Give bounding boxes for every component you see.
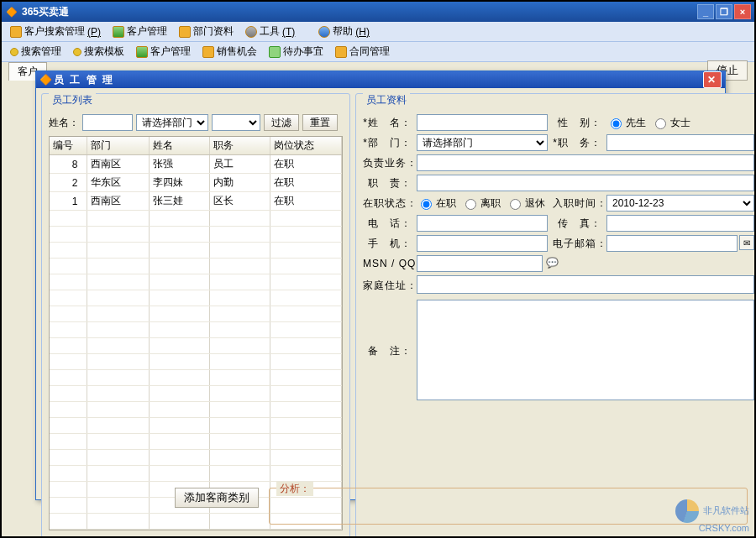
app-icon: 🔶 (5, 5, 18, 18)
label-job: *职 务： (553, 136, 601, 150)
filter-dept-select[interactable]: 请选择部门 (136, 114, 208, 131)
app-title: 365买卖通 (22, 5, 69, 19)
filter-name-label: 姓名： (49, 116, 79, 130)
main-window-titlebar: 🔶 365买卖通 _ ❐ × (2, 2, 754, 22)
radio-female[interactable]: 女士 (651, 116, 690, 130)
main-bottom-bar: 添加客商类别 分析： (8, 488, 748, 528)
input-hiredate[interactable]: 2010-12-23 (606, 195, 754, 212)
label-status: 在职状态： (363, 196, 412, 211)
label-mobile: 手 机： (363, 237, 412, 251)
main-close-button[interactable]: × (734, 4, 751, 19)
tool-todo[interactable]: 待办事宜 (264, 43, 328, 60)
label-name: *姓 名： (363, 116, 412, 130)
table-row[interactable]: 1西南区张三娃区长在职 (50, 192, 342, 211)
radio-status-retire[interactable]: 退休 (506, 196, 545, 211)
table-row-empty (50, 450, 342, 466)
people-icon (113, 26, 124, 38)
tool-search-manage[interactable]: 搜索管理 (5, 43, 66, 60)
label-phone: 电 话： (363, 217, 412, 231)
table-row-empty (50, 434, 342, 450)
col-name[interactable]: 姓名 (149, 137, 209, 155)
table-row-empty (50, 274, 342, 290)
employee-detail-panel: 员工资料 *姓 名： 性 别： 先生 女士 *部 门： 请选择部门 *职 务： … (355, 93, 756, 538)
tool-contract[interactable]: 合同管理 (330, 43, 395, 60)
table-row-empty (50, 322, 342, 338)
input-name[interactable] (417, 114, 548, 131)
table-row-empty (50, 354, 342, 370)
label-address: 家庭住址： (363, 279, 412, 293)
input-business[interactable] (417, 154, 754, 171)
employee-list-panel: 员工列表 姓名： 请选择部门 过滤 重置 编号 部门 姓名 (41, 93, 350, 538)
table-row-empty (50, 370, 342, 386)
reset-button[interactable]: 重置 (302, 114, 338, 131)
radio-status-on[interactable]: 在职 (417, 196, 456, 211)
msn-chat-icon[interactable]: 💬 (546, 257, 559, 270)
menu-department[interactable]: 部门资料 (174, 23, 239, 40)
input-msn[interactable] (417, 255, 543, 272)
col-status[interactable]: 岗位状态 (270, 137, 342, 155)
table-row-empty (50, 243, 342, 259)
table-row-empty (50, 386, 342, 402)
input-dept[interactable]: 请选择部门 (417, 134, 548, 151)
table-row[interactable]: 8西南区张强员工在职 (50, 155, 342, 174)
input-job[interactable] (606, 134, 754, 151)
label-notes: 备 注： (363, 344, 412, 358)
label-duty: 职 责： (363, 176, 412, 191)
people-icon (136, 46, 148, 58)
col-dept[interactable]: 部门 (87, 137, 149, 155)
employee-manage-dialog: 🔶 员 工 管 理 ✕ 员工列表 姓名： 请选择部门 过滤 重置 编号 (35, 71, 726, 500)
label-dept: *部 门： (363, 136, 412, 150)
table-row-empty (50, 466, 342, 482)
menu-help[interactable]: 帮助(H) (313, 23, 375, 40)
employee-detail-legend: 员工资料 (363, 93, 410, 107)
filter-extra-select[interactable] (212, 114, 260, 131)
folder-icon (10, 26, 22, 38)
col-job[interactable]: 职务 (209, 137, 270, 155)
dot-icon (73, 48, 81, 56)
input-phone[interactable] (417, 215, 548, 232)
menubar: 客户搜索管理(P) 客户管理 部门资料 工具(T) 帮助(H) (2, 22, 754, 42)
dot-icon (10, 48, 18, 56)
add-category-button[interactable]: 添加客商类别 (175, 488, 259, 508)
radio-male[interactable]: 先生 (606, 116, 646, 130)
table-row-empty (50, 290, 342, 306)
restore-button[interactable]: ❐ (716, 4, 732, 19)
dialog-icon: 🔶 (39, 74, 54, 86)
email-compose-icon[interactable]: ✉ (739, 235, 754, 250)
filter-button[interactable]: 过滤 (264, 114, 299, 131)
employee-list-legend: 员工列表 (49, 93, 96, 107)
minimize-button[interactable]: _ (697, 4, 714, 19)
label-msn: MSN / QQ： (363, 257, 412, 271)
input-fax[interactable] (606, 215, 754, 232)
label-email: 电子邮箱： (553, 237, 601, 251)
input-duty[interactable] (417, 175, 754, 191)
input-notes[interactable] (417, 300, 754, 400)
analysis-label: 分析： (276, 482, 313, 496)
dialog-close-button[interactable]: ✕ (703, 71, 722, 88)
tool-customer-manage[interactable]: 客户管理 (131, 43, 196, 60)
filter-name-input[interactable] (82, 114, 133, 131)
tool-search-template[interactable]: 搜索模板 (68, 43, 129, 60)
dialog-titlebar[interactable]: 🔶 员 工 管 理 ✕ (36, 71, 725, 88)
label-gender: 性 别： (553, 116, 601, 130)
table-row-empty (50, 418, 342, 434)
menu-customer-search[interactable]: 客户搜索管理(P) (5, 23, 106, 40)
table-row-empty (50, 259, 342, 274)
sales-icon (202, 46, 214, 58)
employee-table[interactable]: 编号 部门 姓名 职务 岗位状态 8西南区张强员工在职2华东区李四妹内勤在职1西… (49, 136, 343, 530)
input-mobile[interactable] (417, 235, 548, 252)
table-row-empty (50, 402, 342, 418)
col-id[interactable]: 编号 (50, 137, 87, 155)
todo-icon (269, 46, 281, 58)
menu-customer-manage[interactable]: 客户管理 (108, 23, 172, 40)
contract-icon (335, 46, 347, 58)
label-hiredate: 入职时间： (553, 196, 601, 211)
menu-tools[interactable]: 工具(T) (240, 23, 300, 40)
gear-icon (245, 26, 257, 38)
radio-status-off[interactable]: 离职 (461, 196, 501, 211)
input-address[interactable] (417, 275, 754, 294)
input-email[interactable] (606, 235, 738, 252)
tool-sales-chance[interactable]: 销售机会 (197, 43, 262, 60)
toolbar: 搜索管理 搜索模板 客户管理 销售机会 待办事宜 合同管理 (2, 42, 754, 62)
table-row[interactable]: 2华东区李四妹内勤在职 (50, 174, 342, 192)
